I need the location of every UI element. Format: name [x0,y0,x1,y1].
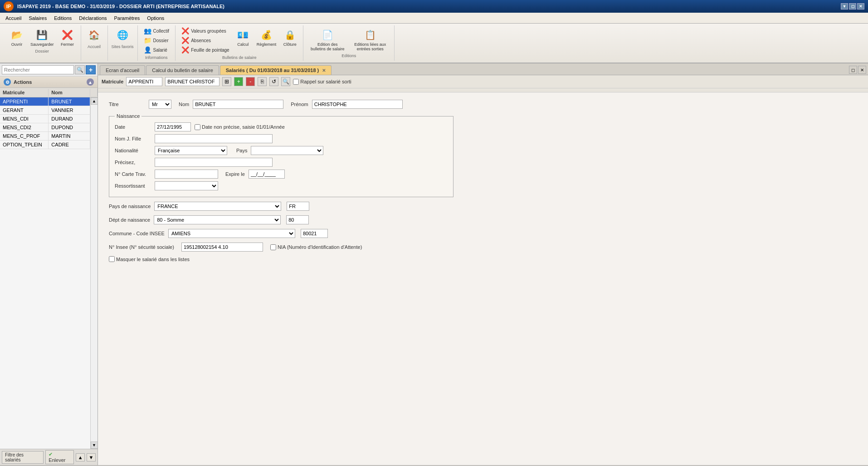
tab-close-salaries[interactable]: ✕ [322,68,326,73]
reglement-icon: 💰 [259,28,273,42]
close-button[interactable]: ✕ [857,3,864,10]
tab-restore-icon[interactable]: ◻ [849,66,857,74]
ribbon-valeurs-groupees[interactable]: ❌ Valeurs groupées [179,26,232,35]
emp-nav-icon[interactable]: ⊞ [222,77,231,86]
collapse-button[interactable]: ▲ [87,78,94,86]
rappel-checkbox[interactable] [293,79,299,85]
scroll-up[interactable]: ▲ [91,97,98,105]
name-field[interactable] [165,77,219,86]
menu-parametres[interactable]: Paramètres [111,15,144,22]
emp-copy-icon[interactable]: ⎘ [258,77,267,86]
emp-search-icon[interactable]: 🔍 [281,77,290,86]
list-item[interactable]: MENS_CDI DURAND [0,115,90,123]
feuille-icon: ❌ [181,46,189,53]
dept-code-input[interactable] [286,215,309,224]
menu-declarations[interactable]: Déclarations [75,15,110,22]
cell-nom: DUPOND [49,123,90,131]
date-naissance-input[interactable] [155,122,191,131]
n-insee-input[interactable] [181,243,263,252]
menu-accueil[interactable]: Accueil [2,15,25,22]
tab-icons: ◻ ✕ [849,66,866,75]
nationalite-row: Nationalité Française Pays [115,146,448,155]
ribbon-absences[interactable]: ❌ Absences [179,36,232,45]
col-nom: Nom [49,89,90,96]
ribbon-salarie-btn[interactable]: 👤 Salarié [141,45,172,54]
tab-accueil[interactable]: Ecran d'accueil [100,65,145,75]
emp-refresh-icon[interactable]: ↺ [269,77,278,86]
nom-j-fille-row: Nom J. Fille [115,134,448,143]
expire-le-input[interactable] [249,170,285,179]
list-item[interactable]: OPTION_TPLEIN CADRE [0,141,90,149]
commune-code-input[interactable] [301,229,328,238]
menu-salaires[interactable]: Salaires [25,15,50,22]
list-item[interactable]: GERANT VANNIER [0,106,90,115]
prenom-input[interactable] [312,100,403,109]
ressortissant-row: Ressortissant [115,181,448,190]
naissance-fieldset: Naissance Date Date non précise, saisie … [109,113,454,197]
ribbon-ouvrir[interactable]: 📂 Ouvrir [7,26,26,48]
list-item[interactable]: APPRENTI BRUNET [0,97,90,106]
minimize-button[interactable]: ▼ [841,3,848,10]
sites-icon: 🌐 [115,28,130,42]
ribbon-reglement[interactable]: 💰 Règlement [254,26,279,48]
list-item[interactable]: MENS_CDI2 DUPOND [0,123,90,132]
menu-editions[interactable]: Editions [50,15,75,22]
dept-naissance-row: Dépt de naissance 80 - Somme [109,215,454,224]
fermer-icon: ❌ [60,28,75,42]
ribbon-dossier-btn[interactable]: 📁 Dossier [141,36,172,45]
ressortissant-select[interactable] [155,181,218,190]
tab-close-icon[interactable]: ✕ [858,66,866,74]
ribbon-accueil[interactable]: 🏠 [85,26,104,44]
date-naissance-row: Date Date non précise, saisie 01/01/Anné… [115,122,448,131]
filtre-button[interactable]: Filtre des salariés [2,451,44,464]
emp-remove-icon[interactable]: - [246,77,255,86]
ribbon-editions-liees[interactable]: 📋 Editions liées aux entrées sorties [350,26,390,53]
valeurs-icon: ❌ [181,27,189,34]
ribbon-calcul[interactable]: 💶 Calcul [234,26,253,48]
carte-trav-input[interactable] [155,170,218,179]
pays-naissance-select[interactable]: FRANCE [154,202,281,211]
ribbon-collectif[interactable]: 👥 Collectif [141,26,172,35]
tab-calcul[interactable]: Calcul du bulletin de salaire [146,65,219,75]
emp-add-icon[interactable]: + [234,77,243,86]
pays-select[interactable] [251,146,323,155]
ribbon-feuille-pointage[interactable]: ❌ Feuille de pointage [179,45,232,54]
pays-naissance-code-input[interactable] [287,202,309,211]
list-scrollbar: ▲ ▼ [90,97,98,449]
restore-button[interactable]: ◻ [849,3,856,10]
etat-civil-form: Titre Mr Mme Nom Prénom Naissance Date [109,100,454,262]
nationalite-select[interactable]: Française [155,146,227,155]
ribbon-sites-favoris[interactable]: 🌐 [113,26,132,44]
add-button[interactable]: + [86,65,96,74]
commune-select[interactable]: AMIENS [168,229,295,238]
scroll-down[interactable]: ▼ [91,442,98,449]
window-controls: ▼ ◻ ✕ [841,3,864,10]
matricule-field[interactable] [126,77,162,86]
ribbon-cloture[interactable]: 🔒 Clôture [280,26,299,48]
nom-j-fille-input[interactable] [155,134,273,143]
dept-naissance-select[interactable]: 80 - Somme [154,215,281,224]
search-button[interactable]: 🔍 [75,65,85,74]
ribbon-fermer[interactable]: ❌ Fermer [58,26,77,48]
ribbon-sauvegarder[interactable]: 💾 Sauvegarder [28,26,56,48]
sort-desc-button[interactable]: ▼ [87,453,96,461]
nia-checkbox-label: NIA (Numéro d'Identification d'Attente) [270,244,362,250]
search-input[interactable] [2,65,74,74]
date-non-precise-label: Date non précise, saisie 01/01/Année [195,124,285,130]
masquer-checkbox[interactable] [109,256,115,262]
menu-options[interactable]: Options [143,15,168,22]
tab-salaries[interactable]: Salariés ( Du 01/03/2018 au 31/03/2018 )… [220,65,332,75]
nia-checkbox[interactable] [270,244,276,250]
ribbon-edition-bulletins[interactable]: 📄 Edition des bulletins de salaire [307,26,348,53]
ribbon-group-informations: 👥 Collectif 📁 Dossier 👤 Salarié Informat… [138,25,176,61]
cell-nom: DURAND [49,115,90,123]
sort-asc-button[interactable]: ▲ [76,453,85,461]
list-item[interactable]: MENS_C_PROF MARTIN [0,132,90,141]
precisez-input[interactable] [155,158,273,167]
enlever-button[interactable]: ✔ Enlever [45,450,74,464]
nom-input[interactable] [193,100,283,109]
titre-select[interactable]: Mr Mme [149,100,171,109]
date-non-precise-checkbox[interactable] [195,124,200,130]
list-scroll-header [90,89,98,96]
ribbon-group-sites: 🌐 Sites favoris [108,25,138,61]
